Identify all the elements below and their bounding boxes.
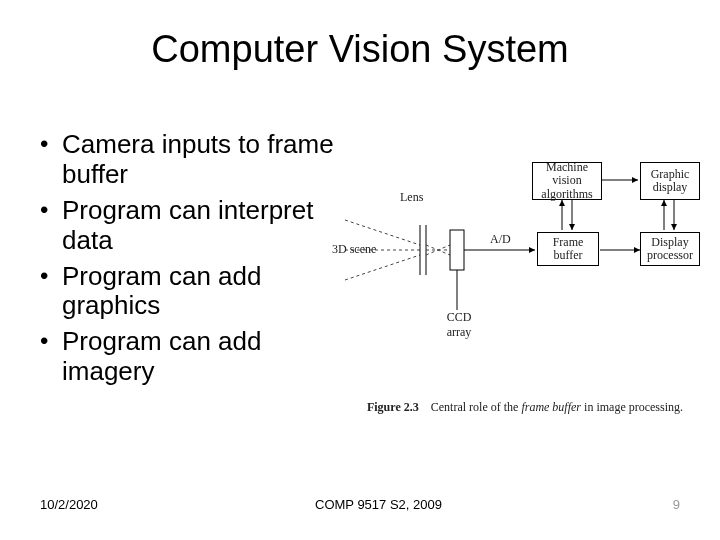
ccd-label: CCD array (442, 310, 476, 340)
caption-text1: Central role of the (431, 400, 522, 414)
bullet-item: Program can interpret data (40, 196, 350, 256)
lens-label: Lens (400, 190, 423, 205)
figure-caption: Figure 2.3 Central role of the frame buf… (340, 400, 710, 415)
frame-buffer-box: Frame buffer (537, 232, 599, 266)
graphic-display-box: Graphic display (640, 162, 700, 200)
figure-number: Figure 2.3 (367, 400, 419, 414)
algorithms-box: Machine vision algorithms (532, 162, 602, 200)
svg-line-2 (345, 255, 420, 280)
figure-diagram: Lens 3D scene A/D CCD array Machine visi… (340, 150, 710, 390)
footer-date: 10/2/2020 (40, 497, 98, 512)
bullet-item: Camera inputs to frame buffer (40, 130, 350, 190)
bullet-list: Camera inputs to frame buffer Program ca… (40, 130, 350, 393)
slide-title: Computer Vision System (0, 28, 720, 71)
ad-label: A/D (490, 232, 511, 247)
svg-rect-8 (450, 230, 464, 270)
bullet-item: Program can add graphics (40, 262, 350, 322)
footer-page-number: 9 (673, 497, 680, 512)
scene-label: 3D scene (332, 242, 376, 257)
caption-text2: in image processing. (581, 400, 683, 414)
footer-course: COMP 9517 S2, 2009 (315, 497, 442, 512)
display-processor-box: Display processor (640, 232, 700, 266)
slide: Computer Vision System Camera inputs to … (0, 0, 720, 540)
bullet-item: Program can add imagery (40, 327, 350, 387)
caption-italic: frame buffer (521, 400, 581, 414)
